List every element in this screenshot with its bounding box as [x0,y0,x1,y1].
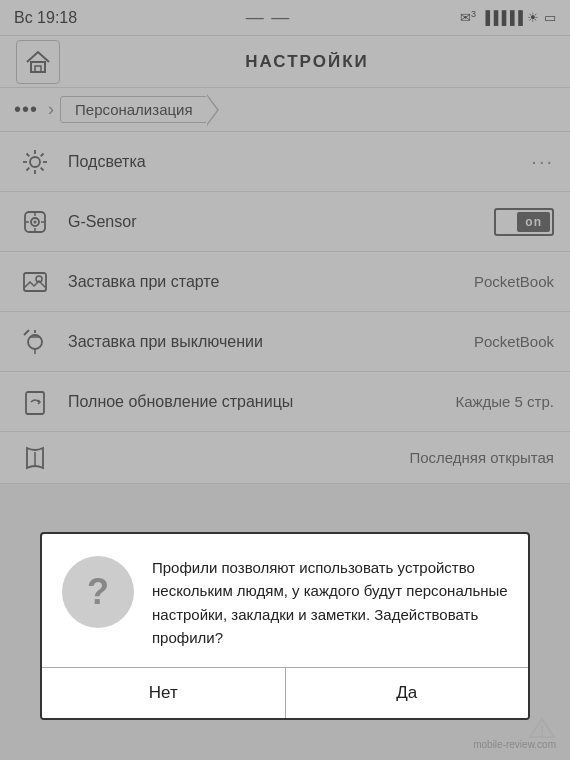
profile-dialog: ? Профили позволяют использовать устройс… [40,532,530,720]
watermark: mobile-review.com [473,717,556,750]
dialog-yes-button[interactable]: Да [286,668,529,718]
watermark-logo-icon [528,717,556,739]
modal-overlay: ? Профили позволяют использовать устройс… [0,0,570,760]
watermark-text: mobile-review.com [473,739,556,750]
dialog-text: Профили позволяют использовать устройств… [152,556,508,649]
dialog-no-button[interactable]: Нет [42,668,286,718]
dialog-icon: ? [62,556,134,628]
dialog-buttons: Нет Да [42,667,528,718]
question-mark-icon: ? [87,571,109,613]
svg-point-30 [541,734,543,736]
dialog-body: ? Профили позволяют использовать устройс… [42,534,528,667]
